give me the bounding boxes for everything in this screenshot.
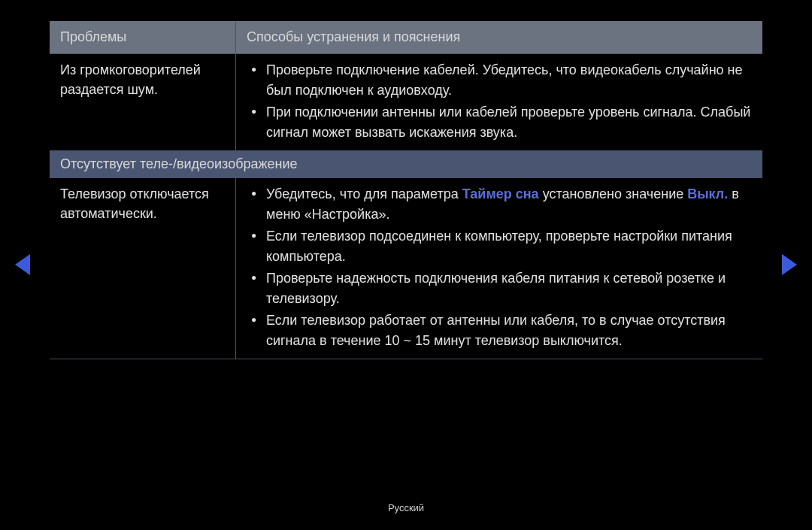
highlight-sleep-timer: Таймер сна bbox=[462, 186, 539, 201]
list-item: При подключении антенны или кабелей пров… bbox=[247, 102, 755, 143]
table-row: Телевизор отключается автоматически. Убе… bbox=[50, 178, 762, 359]
troubleshooting-table: Проблемы Способы устранения и пояснения … bbox=[50, 21, 762, 359]
footer-language: Русский bbox=[0, 502, 812, 513]
text-seg: Убедитесь, что для параметра bbox=[266, 186, 462, 201]
list-item: Убедитесь, что для параметра Таймер сна … bbox=[247, 184, 755, 225]
table-row: Из громкоговорителей раздается шум. Пров… bbox=[50, 54, 762, 151]
list-item: Проверьте подключение кабелей. Убедитесь… bbox=[247, 60, 755, 101]
solutions-cell: Убедитесь, что для параметра Таймер сна … bbox=[236, 178, 762, 359]
table-header: Проблемы Способы устранения и пояснения bbox=[50, 21, 762, 54]
list-item: Если телевизор работает от антенны или к… bbox=[247, 310, 755, 351]
header-problems: Проблемы bbox=[50, 21, 236, 53]
text-seg: установлено значение bbox=[539, 186, 688, 201]
prev-page-arrow-icon[interactable] bbox=[15, 254, 30, 275]
list-item: Проверьте надежность подключения кабеля … bbox=[247, 268, 755, 309]
problem-cell: Телевизор отключается автоматически. bbox=[50, 178, 236, 359]
section-title: Отсутствует теле-/видеоизображение bbox=[50, 151, 762, 177]
section-header: Отсутствует теле-/видеоизображение bbox=[50, 151, 762, 178]
problem-cell: Из громкоговорителей раздается шум. bbox=[50, 54, 236, 150]
highlight-off: Выкл. bbox=[687, 186, 728, 201]
next-page-arrow-icon[interactable] bbox=[782, 254, 797, 275]
list-item: Если телевизор подсоединен к компьютеру,… bbox=[247, 226, 755, 267]
header-solutions: Способы устранения и пояснения bbox=[236, 21, 762, 53]
solutions-cell: Проверьте подключение кабелей. Убедитесь… bbox=[236, 54, 762, 150]
